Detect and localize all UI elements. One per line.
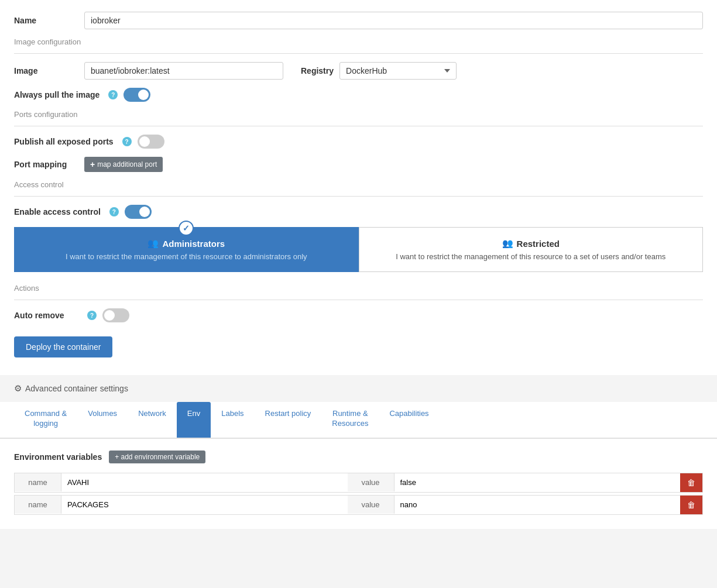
name-input[interactable] [84,12,703,29]
add-env-variable-button[interactable]: + add environment variable [109,451,205,463]
tab-labels[interactable]: Labels [211,402,254,438]
restricted-card-desc: I want to restrict the management of thi… [371,252,691,261]
auto-remove-label: Auto remove [14,311,78,320]
admin-title-text: Administrators [162,239,225,249]
access-cards-container: ✓ 👥 Administrators I want to restrict th… [14,227,703,272]
actions-divider [14,300,703,300]
enable-access-control-row: Enable access control ? [14,205,703,219]
admin-card-desc: I want to restrict the management of thi… [26,252,347,261]
env-row-2-name-input[interactable] [61,496,348,513]
tab-volumes[interactable]: Volumes [77,402,128,438]
env-row-1-value-input[interactable] [394,474,681,491]
enable-access-slider [125,205,152,219]
tab-restart-policy[interactable]: Restart policy [255,402,322,438]
advanced-title: ⚙ Advanced container settings [14,383,703,394]
env-row-1-delete-button[interactable]: 🗑 [680,473,702,492]
always-pull-toggle[interactable] [123,88,150,102]
advanced-title-text: Advanced container settings [25,384,128,393]
auto-remove-slider [102,308,129,322]
auto-remove-help-icon[interactable]: ? [87,311,97,320]
image-row: Image Registry DockerHub [14,62,703,80]
name-label: Name [14,16,78,25]
restricted-title-text: Restricted [517,239,560,249]
advanced-section: ⚙ Advanced container settings [0,375,717,394]
map-additional-port-button[interactable]: map additional port [84,157,163,172]
auto-remove-toggle[interactable] [102,308,129,322]
auto-remove-row: Auto remove ? [14,308,703,322]
env-header: Environment variables + add environment … [14,451,703,463]
access-control-divider [14,196,703,197]
publish-all-toggle[interactable] [138,135,164,149]
restricted-card-title: 👥 Restricted [371,238,691,249]
publish-all-help-icon[interactable]: ? [122,137,132,146]
restricted-icon: 👥 [502,238,513,249]
tab-env[interactable]: Env [177,402,211,438]
enable-access-help-icon[interactable]: ? [109,207,119,216]
env-row-2-value-label: value [348,496,394,514]
port-mapping-label: Port mapping [14,160,78,169]
env-row-2-delete-button[interactable]: 🗑 [680,496,702,514]
enable-access-label: Enable access control [14,207,101,216]
ports-config-section-title: Ports configuration [14,110,703,119]
deploy-button[interactable]: Deploy the container [14,336,112,357]
admin-check-badge: ✓ [179,221,194,236]
image-input[interactable] [84,62,283,80]
actions-section-title: Actions [14,284,703,293]
gear-icon: ⚙ [14,383,22,394]
admin-icon: 👥 [147,238,159,249]
tab-capabilities[interactable]: Capabilities [379,402,439,438]
tab-command-logging[interactable]: Command & logging [14,402,77,438]
registry-select[interactable]: DockerHub [339,62,457,80]
enable-access-toggle[interactable] [125,205,152,219]
name-row: Name [14,12,703,29]
env-row-1-name-label: name [15,473,61,491]
image-config-divider [14,53,703,54]
image-config-section-title: Image configuration [14,37,703,46]
publish-all-ports-row: Publish all exposed ports ? [14,135,703,149]
publish-all-slider [138,135,164,149]
env-section: Environment variables + add environment … [0,439,717,529]
registry-group: Registry DockerHub [301,62,457,80]
env-row-1: name value 🗑 [14,473,703,493]
publish-all-label: Publish all exposed ports [14,137,114,146]
administrators-card[interactable]: ✓ 👥 Administrators I want to restrict th… [14,227,359,272]
env-title: Environment variables [14,452,102,462]
tab-runtime-resources[interactable]: Runtime & Resources [321,402,379,438]
env-row-2: name value 🗑 [14,495,703,515]
admin-card-title: 👥 Administrators [26,238,347,249]
always-pull-slider [123,88,150,102]
env-row-1-value-label: value [348,473,394,491]
env-row-2-value-input[interactable] [394,496,681,513]
tab-network[interactable]: Network [128,402,177,438]
always-pull-label: Always pull the image [14,90,100,99]
registry-label: Registry [301,66,334,75]
restricted-card[interactable]: 👥 Restricted I want to restrict the mana… [359,227,704,272]
image-label: Image [14,66,78,75]
port-mapping-row: Port mapping map additional port [14,157,703,172]
env-row-2-name-label: name [15,496,61,514]
access-control-section-title: Access control [14,180,703,189]
env-row-1-name-input[interactable] [61,474,348,491]
tabs-bar: Command & logging Volumes Network Env La… [0,402,717,439]
ports-config-divider [14,126,703,126]
always-pull-help-icon[interactable]: ? [108,90,118,99]
always-pull-row: Always pull the image ? [14,88,703,102]
